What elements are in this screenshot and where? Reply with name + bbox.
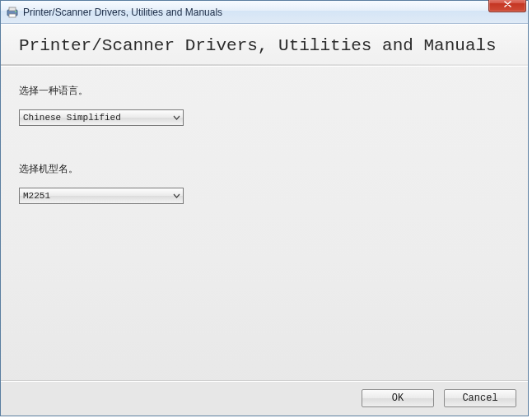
form-body: 选择一种语言。 Chinese Simplified 选择机型名。 M2251	[1, 66, 528, 380]
dialog-footer: OK Cancel	[1, 380, 528, 416]
dialog-window: Printer/Scanner Drivers, Utilities and M…	[0, 0, 529, 416]
language-select-value: Chinese Simplified	[20, 113, 170, 123]
chevron-down-icon	[170, 110, 183, 125]
client-area: Printer/Scanner Drivers, Utilities and M…	[1, 24, 528, 416]
close-button[interactable]	[488, 0, 526, 12]
language-label: 选择一种语言。	[19, 84, 528, 98]
window-title: Printer/Scanner Drivers, Utilities and M…	[23, 7, 488, 18]
app-icon	[6, 6, 19, 19]
model-label: 选择机型名。	[19, 162, 528, 176]
model-select[interactable]: M2251	[19, 188, 184, 204]
ok-button[interactable]: OK	[362, 389, 434, 407]
svg-rect-1	[9, 7, 16, 11]
svg-rect-2	[9, 14, 16, 17]
titlebar: Printer/Scanner Drivers, Utilities and M…	[1, 1, 528, 24]
model-select-value: M2251	[20, 191, 170, 201]
page-title: Printer/Scanner Drivers, Utilities and M…	[1, 25, 528, 64]
close-icon	[503, 0, 512, 8]
language-select[interactable]: Chinese Simplified	[19, 109, 184, 126]
chevron-down-icon	[170, 188, 183, 203]
svg-point-3	[15, 11, 16, 12]
cancel-button[interactable]: Cancel	[444, 389, 516, 407]
